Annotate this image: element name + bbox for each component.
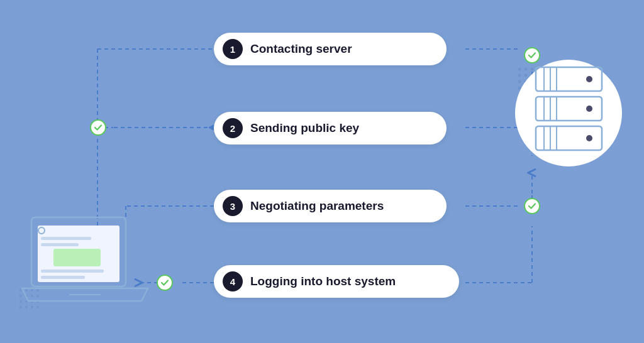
step-4-label: Logging into host system: [250, 275, 396, 288]
step-1-label: Contacting server: [250, 42, 352, 56]
check-badge-bottom-right: [524, 198, 540, 214]
main-canvas: 1 Contacting server 2 Sending public key…: [0, 0, 644, 343]
svg-rect-71: [41, 270, 104, 273]
step-3-box: 3 Negotiating parameters: [214, 190, 447, 222]
svg-rect-69: [41, 237, 91, 240]
svg-rect-72: [41, 276, 85, 279]
svg-point-59: [586, 106, 592, 112]
check-badge-left: [90, 119, 106, 136]
server-illustration: [515, 50, 625, 173]
step-2-box: 2 Sending public key: [214, 112, 447, 144]
step-4-number: 4: [223, 271, 243, 291]
step-3-label: Negotiating parameters: [250, 199, 384, 213]
step-3-number: 3: [223, 196, 243, 216]
step-2-label: Sending public key: [250, 121, 359, 135]
check-badge-top-right: [524, 47, 540, 63]
step-4-box: 4 Logging into host system: [214, 265, 459, 298]
svg-rect-70: [41, 243, 79, 246]
svg-rect-68: [53, 249, 101, 266]
svg-point-54: [586, 76, 592, 82]
step-1-number: 1: [223, 39, 243, 59]
step-2-number: 2: [223, 118, 243, 138]
svg-point-64: [586, 135, 592, 141]
laptop-illustration: [19, 214, 151, 321]
step-1-box: 1 Contacting server: [214, 33, 447, 65]
check-badge-bottom-left: [157, 275, 173, 291]
